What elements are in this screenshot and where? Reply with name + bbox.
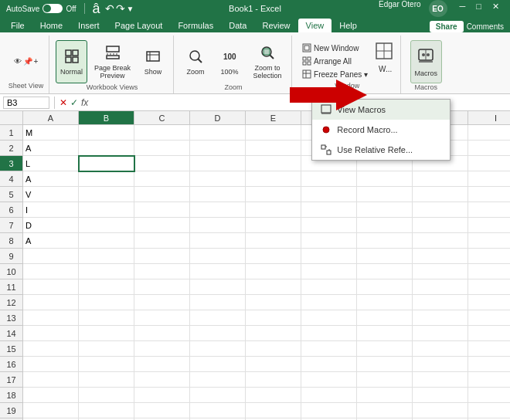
tab-page-layout[interactable]: Page Layout: [107, 19, 171, 32]
cell-f18[interactable]: [301, 388, 357, 403]
zoom-btn[interactable]: Zoom: [180, 40, 211, 83]
cell-d6[interactable]: [190, 202, 246, 218]
cell-a15[interactable]: [23, 341, 79, 357]
cell-a19[interactable]: [23, 403, 79, 418]
cell-c5[interactable]: [134, 187, 190, 202]
cell-b14[interactable]: [79, 326, 134, 341]
cell-f10[interactable]: [301, 264, 357, 279]
redo-btn[interactable]: ↷: [116, 2, 125, 15]
cell-e5[interactable]: [246, 187, 301, 202]
row-header-4[interactable]: 4: [0, 171, 22, 187]
row-header-11[interactable]: 11: [0, 279, 22, 295]
cell-c9[interactable]: [134, 249, 190, 264]
cell-e19[interactable]: [246, 403, 301, 418]
undo-btn[interactable]: ↶: [105, 2, 114, 15]
tab-home[interactable]: Home: [32, 19, 70, 32]
cell-c11[interactable]: [134, 279, 190, 295]
col-header-a[interactable]: A: [23, 111, 79, 124]
cell-f4[interactable]: [301, 171, 357, 187]
cell-c10[interactable]: [134, 264, 190, 279]
row-header-14[interactable]: 14: [0, 326, 22, 341]
cell-d18[interactable]: [190, 388, 246, 403]
cell-b11[interactable]: [79, 279, 134, 295]
cell-h15[interactable]: [413, 341, 468, 357]
cell-i8[interactable]: [468, 233, 510, 249]
page-break-btn[interactable]: Page BreakPreview: [90, 40, 134, 83]
cell-c4[interactable]: [134, 171, 190, 187]
cell-b10[interactable]: [79, 264, 134, 279]
cell-a7[interactable]: D: [23, 218, 79, 233]
cell-e11[interactable]: [246, 279, 301, 295]
tab-insert[interactable]: Insert: [70, 19, 107, 32]
cell-h16[interactable]: [413, 357, 468, 372]
cell-b16[interactable]: [79, 357, 134, 372]
row-header-9[interactable]: 9: [0, 249, 22, 264]
use-relative-item[interactable]: Use Relative Refe...: [312, 140, 450, 160]
cell-a8[interactable]: A: [23, 233, 79, 249]
normal-view-btn[interactable]: Normal: [56, 40, 87, 83]
cell-f5[interactable]: [301, 187, 357, 202]
comments-button[interactable]: Comments: [467, 22, 504, 31]
zoom-100-btn[interactable]: 100 100%: [214, 40, 245, 83]
cell-i10[interactable]: [468, 264, 510, 279]
fx-icon[interactable]: fx: [81, 97, 88, 108]
cell-d5[interactable]: [190, 187, 246, 202]
record-macro-item[interactable]: Record Macro...: [312, 120, 450, 140]
cell-b3[interactable]: [79, 156, 134, 171]
cell-g7[interactable]: [357, 218, 413, 233]
cell-e10[interactable]: [246, 264, 301, 279]
cell-i16[interactable]: [468, 357, 510, 372]
cell-c3[interactable]: [134, 156, 190, 171]
cell-f7[interactable]: [301, 218, 357, 233]
col-header-e[interactable]: E: [246, 111, 301, 124]
tab-review[interactable]: Review: [254, 19, 298, 32]
cell-d2[interactable]: [190, 141, 246, 156]
cell-e3[interactable]: [246, 156, 301, 171]
cell-g13[interactable]: [357, 310, 413, 326]
cell-d16[interactable]: [190, 357, 246, 372]
cell-a2[interactable]: A: [23, 141, 79, 156]
cell-g11[interactable]: [357, 279, 413, 295]
cell-c14[interactable]: [134, 326, 190, 341]
cell-i14[interactable]: [468, 326, 510, 341]
cell-a1[interactable]: M: [23, 125, 79, 141]
col-header-i[interactable]: I: [468, 111, 510, 124]
w-btn[interactable]: W...: [375, 63, 396, 75]
freeze-panes-btn[interactable]: Freeze Panes ▾: [298, 68, 372, 80]
cell-a14[interactable]: [23, 326, 79, 341]
cell-a5[interactable]: V: [23, 187, 79, 202]
cell-h11[interactable]: [413, 279, 468, 295]
cell-h10[interactable]: [413, 264, 468, 279]
cell-i12[interactable]: [468, 295, 510, 310]
cell-g14[interactable]: [357, 326, 413, 341]
cell-c7[interactable]: [134, 218, 190, 233]
cell-i15[interactable]: [468, 341, 510, 357]
cell-g10[interactable]: [357, 264, 413, 279]
cell-g8[interactable]: [357, 233, 413, 249]
cell-e15[interactable]: [246, 341, 301, 357]
cell-h4[interactable]: [413, 171, 468, 187]
cell-i1[interactable]: [468, 125, 510, 141]
cell-c12[interactable]: [134, 295, 190, 310]
name-box[interactable]: [3, 97, 49, 109]
cell-a6[interactable]: I: [23, 202, 79, 218]
row-header-13[interactable]: 13: [0, 310, 22, 326]
cell-b5[interactable]: [79, 187, 134, 202]
cell-a13[interactable]: [23, 310, 79, 326]
cell-g19[interactable]: [357, 403, 413, 418]
tab-help[interactable]: Help: [332, 19, 365, 32]
cell-c19[interactable]: [134, 403, 190, 418]
cell-a18[interactable]: [23, 388, 79, 403]
cell-e18[interactable]: [246, 388, 301, 403]
col-header-c[interactable]: C: [134, 111, 190, 124]
cell-i5[interactable]: [468, 187, 510, 202]
cell-b7[interactable]: [79, 218, 134, 233]
cell-e7[interactable]: [246, 218, 301, 233]
col-header-b[interactable]: B: [79, 111, 134, 124]
cell-d19[interactable]: [190, 403, 246, 418]
cell-h18[interactable]: [413, 388, 468, 403]
row-header-1[interactable]: 1: [0, 125, 22, 141]
cell-h9[interactable]: [413, 249, 468, 264]
row-header-7[interactable]: 7: [0, 218, 22, 233]
minimize-btn[interactable]: ─: [455, 0, 471, 17]
